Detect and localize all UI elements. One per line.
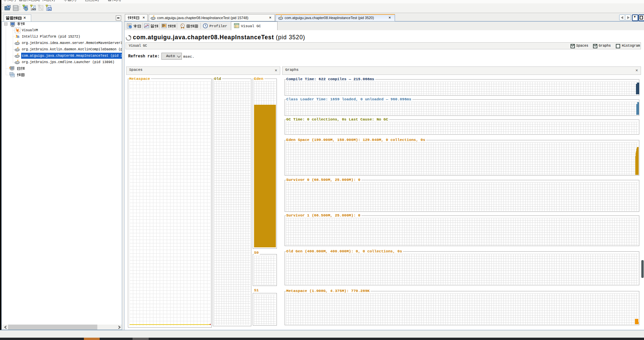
svg-text:JMX: JMX: [31, 8, 36, 10]
svg-text:B: B: [17, 35, 19, 39]
